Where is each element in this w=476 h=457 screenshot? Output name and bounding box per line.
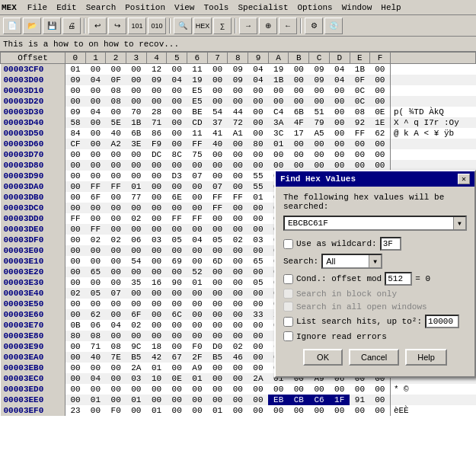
cell-hex[interactable]: 00 [228, 245, 248, 256]
cell-hex[interactable]: 00 [207, 149, 228, 160]
cell-hex[interactable]: 00 [126, 384, 146, 395]
cell-offset[interactable]: 00003E70 [1, 320, 65, 331]
cell-hex[interactable]: 09 [309, 75, 330, 85]
ok-button[interactable]: OK [303, 349, 343, 366]
cell-hex[interactable]: 00 [146, 267, 167, 277]
menu-tools[interactable]: Tools [199, 2, 233, 13]
cell-hex[interactable]: 00 [268, 85, 289, 96]
cell-hex[interactable]: 00 [309, 85, 330, 96]
cell-offset[interactable]: 00003E30 [1, 277, 65, 288]
cell-hex[interactable]: 00 [329, 85, 350, 96]
arrow-right-button[interactable]: → [239, 18, 257, 34]
cell-hex[interactable]: 00 [167, 64, 187, 75]
cell-hex[interactable]: 00 [106, 267, 126, 277]
cell-hex[interactable]: 00 [289, 405, 309, 416]
cell-hex[interactable]: 37 [207, 117, 228, 128]
cell-hex[interactable]: 00 [146, 309, 167, 320]
cell-hex[interactable]: 00 [370, 64, 391, 75]
cell-hex[interactable]: 00 [309, 139, 330, 149]
cell-hex[interactable]: 00 [187, 192, 208, 203]
cell-hex[interactable]: 00 [248, 107, 269, 117]
cell-hex[interactable]: 00 [187, 320, 208, 331]
cell-hex[interactable]: F0 [187, 341, 208, 352]
cell-hex[interactable]: 71 [85, 341, 106, 352]
cell-hex[interactable]: 02 [126, 320, 146, 331]
cell-hex[interactable]: 00 [309, 160, 330, 171]
cell-hex[interactable]: DC [146, 149, 167, 160]
cell-hex[interactable]: 00 [207, 299, 228, 309]
cell-hex[interactable]: 00 [167, 224, 187, 235]
cell-hex[interactable]: 5E [106, 117, 126, 128]
cell-hex[interactable]: 7E [106, 352, 126, 363]
cell-hex[interactable]: D3 [167, 171, 187, 181]
block-checkbox[interactable] [283, 289, 293, 299]
cell-hex[interactable]: 00 [106, 384, 126, 395]
cell-hex[interactable]: 40 [106, 128, 126, 139]
cell-hex[interactable]: 00 [65, 267, 85, 277]
cell-hex[interactable]: 02 [228, 235, 248, 245]
cell-hex[interactable]: 00 [85, 117, 106, 128]
cell-hex[interactable]: 0F [106, 75, 126, 85]
cell-hex[interactable]: 00 [167, 160, 187, 171]
cell-hex[interactable]: 01 [146, 405, 167, 416]
cell-offset[interactable]: 00003D50 [1, 128, 65, 139]
cell-hex[interactable]: 00 [146, 203, 167, 213]
cell-hex[interactable]: 00 [126, 203, 146, 213]
cell-hex[interactable]: 75 [187, 149, 208, 160]
cell-hex[interactable]: 00 [146, 256, 167, 267]
cell-hex[interactable]: CB [289, 395, 309, 405]
cell-offset[interactable]: 00003D90 [1, 171, 65, 181]
cell-hex[interactable]: 42 [146, 352, 167, 363]
cell-hex[interactable]: 00 [329, 128, 350, 139]
cell-hex[interactable]: 00 [228, 256, 248, 267]
cell-hex[interactable]: 6C [167, 309, 187, 320]
cell-hex[interactable]: 00 [228, 277, 248, 288]
cell-hex[interactable]: 1B [350, 64, 370, 75]
cell-hex[interactable]: 03 [248, 235, 269, 245]
cell-hex[interactable]: FF [350, 128, 370, 139]
cell-offset[interactable]: 00003DD0 [1, 213, 65, 224]
cell-hex[interactable]: 55 [248, 181, 269, 192]
cell-hex[interactable]: 01 [65, 64, 85, 75]
cell-hex[interactable]: 00 [228, 331, 248, 341]
cell-hex[interactable]: 00 [248, 149, 269, 160]
cell-hex[interactable]: 00 [207, 384, 228, 395]
redo-button[interactable]: ↪ [108, 18, 126, 34]
cell-hex[interactable]: 00 [289, 75, 309, 85]
search-type-select[interactable]: All Forward Backward [323, 255, 369, 267]
cell-hex[interactable]: A9 [187, 363, 208, 373]
cell-hex[interactable]: 00 [248, 299, 269, 309]
cell-hex[interactable]: 00 [248, 384, 269, 395]
cell-hex[interactable]: 03 [126, 373, 146, 384]
cell-hex[interactable]: 00 [167, 96, 187, 107]
cell-hex[interactable]: 00 [228, 309, 248, 320]
cell-hex[interactable]: 00 [106, 373, 126, 384]
cell-hex[interactable]: A2 [106, 139, 126, 149]
list-checkbox[interactable] [283, 317, 293, 327]
cell-hex[interactable]: 91 [350, 395, 370, 405]
cell-hex[interactable]: 2F [187, 352, 208, 363]
cell-hex[interactable]: 8C [167, 149, 187, 160]
dialog-close-button[interactable]: ✕ [458, 174, 470, 184]
cell-hex[interactable]: 00 [65, 171, 85, 181]
cell-hex[interactable]: 09 [65, 107, 85, 117]
cell-hex[interactable]: 00 [146, 224, 167, 235]
cell-hex[interactable]: 79 [309, 117, 330, 128]
cell-hex[interactable]: 00 [207, 288, 228, 299]
cell-hex[interactable]: 04 [85, 107, 106, 117]
cell-hex[interactable]: 00 [167, 85, 187, 96]
cell-hex[interactable]: 0C [350, 96, 370, 107]
cell-hex[interactable]: 00 [146, 395, 167, 405]
cell-hex[interactable]: 00 [146, 384, 167, 395]
cell-hex[interactable]: 01 [187, 373, 208, 384]
cell-hex[interactable]: 00 [289, 139, 309, 149]
cell-hex[interactable]: 00 [65, 224, 85, 235]
cell-hex[interactable]: 00 [228, 149, 248, 160]
cell-hex[interactable]: 00 [167, 181, 187, 192]
cell-hex[interactable]: 00 [289, 85, 309, 96]
cell-hex[interactable]: 04 [187, 235, 208, 245]
cell-hex[interactable]: 1E [370, 117, 391, 128]
cell-hex[interactable]: 04 [248, 75, 269, 85]
cell-hex[interactable]: 00 [350, 149, 370, 160]
cell-hex[interactable]: 00 [289, 96, 309, 107]
